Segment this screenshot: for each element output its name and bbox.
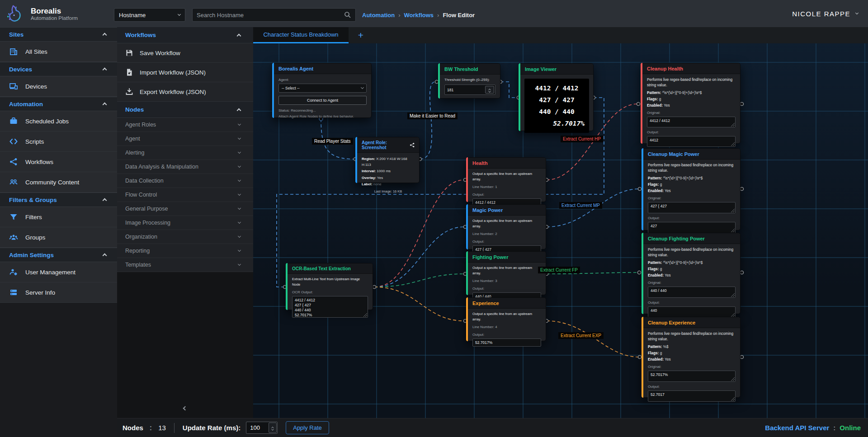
section-label: Filters & Groups (9, 197, 57, 203)
node-category-alerting[interactable]: Alerting (117, 146, 253, 160)
hostname-dropdown[interactable]: Hostname (114, 8, 185, 22)
user-menu[interactable]: NICOLE RAPPE (792, 10, 858, 18)
save-workflow-button[interactable]: Save Workflow (117, 43, 253, 63)
download-icon (125, 88, 133, 96)
workflows-section-header[interactable]: Workflows (117, 27, 253, 43)
pattern-label: Pattern: (648, 344, 662, 349)
sidebar-section-sites[interactable]: Sites (0, 27, 117, 42)
apply-rate-button[interactable]: Apply Rate (286, 421, 329, 434)
sidebar-item-groups[interactable]: Groups (0, 227, 117, 248)
node-category-organization[interactable]: Organization (117, 230, 253, 244)
node-category-general-purpose[interactable]: General Purpose (117, 202, 253, 216)
node-category-agent[interactable]: Agent (117, 132, 253, 146)
node-category-templates[interactable]: Templates (117, 258, 253, 272)
chevron-up-icon (103, 198, 107, 203)
node-borealis-agent[interactable]: Borealis Agent Agent: -- Select -- Conne… (272, 63, 372, 118)
node-category-data-collection[interactable]: Data Collection (117, 174, 253, 188)
node-bw-threshold[interactable]: BW Threshold Threshold Strength (0–255): (438, 63, 500, 99)
breadcrumb-workflows[interactable]: Workflows (404, 12, 434, 19)
node-ocr-extraction[interactable]: OCR-Based Text Extraction Extract Multi-… (286, 263, 373, 310)
node-cleanup-health[interactable]: Cleanup Health Performs live regex-based… (641, 63, 741, 144)
divider (174, 423, 175, 433)
sidebar-section-admin-settings[interactable]: Admin Settings (0, 248, 117, 262)
section-label: Automation (9, 101, 43, 108)
node-cleanup-magic-power[interactable]: Cleanup Magic Power Performs live regex-… (642, 148, 741, 230)
sidebar-section-filters-groups[interactable]: Filters & Groups (0, 193, 117, 207)
chevron-down-icon (238, 193, 241, 196)
edge-screenshot-to-threshold (420, 82, 435, 159)
original-textarea[interactable] (648, 202, 736, 213)
backend-colon: : (833, 424, 835, 432)
node-cleanup-experience[interactable]: Cleanup Experience Performs live regex-b… (642, 317, 741, 398)
line-number: Line Number: 3 (472, 278, 541, 284)
output-input[interactable] (472, 338, 541, 347)
groups-icon (9, 233, 18, 242)
action-label: Save Workflow (140, 50, 180, 56)
search-input[interactable] (197, 12, 344, 19)
hostname-dropdown-value: Hostname (119, 12, 146, 19)
devices-icon (9, 82, 18, 91)
search-icon[interactable] (344, 11, 351, 19)
node-experience[interactable]: Experience Output a specific line from a… (466, 297, 546, 341)
node-magic-power[interactable]: Magic Power Output a specific line from … (466, 204, 546, 249)
node-category-image-processing[interactable]: Image Processing (117, 216, 253, 230)
sidebar-item-scripts[interactable]: Scripts (0, 132, 117, 152)
edge-ocr-to-experience (374, 287, 464, 321)
sidebar-item-workflows[interactable]: Workflows (0, 152, 117, 172)
sidebar-item-user-management[interactable]: User Management (0, 262, 117, 282)
edge-threshold-to-viewer (500, 82, 518, 98)
ocr-output-textarea[interactable] (292, 296, 368, 318)
sidebar-section-devices[interactable]: Devices (0, 62, 117, 76)
share-icon[interactable] (410, 142, 415, 148)
node-category-flow-control[interactable]: Flow Control (117, 188, 253, 202)
node-description: Output a specific line from an upstream … (472, 265, 541, 276)
node-category-reporting[interactable]: Reporting (117, 244, 253, 258)
sidebar-item-label: Workflows (25, 159, 53, 165)
threshold-spinner[interactable] (485, 86, 494, 94)
node-image-viewer[interactable]: Image Viewer 4412 / 4412 427 / 427 440 /… (519, 63, 594, 131)
tab-character-status-breakdown[interactable]: Character Status Breakdown (253, 27, 349, 43)
output-label: Output: (472, 192, 541, 197)
output-textarea[interactable] (648, 306, 736, 318)
output-textarea[interactable] (648, 390, 736, 402)
flags-value: g (660, 267, 662, 271)
export-workflow-button[interactable]: Export Workflow (JSON) (117, 82, 253, 102)
workflow-share-icon (9, 157, 18, 166)
add-tab-button[interactable]: + (349, 27, 373, 43)
node-category-data-analysis[interactable]: Data Analysis & Manipulation (117, 160, 253, 174)
sidebar-item-community-content[interactable]: Community Content (0, 172, 117, 193)
sidebar-collapse-button[interactable] (117, 398, 253, 418)
node-health[interactable]: Health Output a specific line from an up… (466, 157, 546, 202)
original-textarea[interactable] (648, 371, 736, 382)
breadcrumb-automation[interactable]: Automation (362, 12, 395, 19)
output-label: Output: (647, 130, 736, 135)
agent-select-value: -- Select -- (282, 85, 300, 91)
workflow-sidebar: Workflows Save Workflow Import Workflow … (117, 27, 253, 418)
sidebar-item-filters[interactable]: Filters (0, 207, 117, 227)
pattern-value: ^\s*(\d+)[^0-9]+(\d+)\s*$ (663, 260, 703, 265)
output-textarea[interactable] (648, 222, 736, 233)
agent-select[interactable]: -- Select -- (278, 84, 367, 93)
output-textarea[interactable] (647, 136, 736, 147)
flow-canvas[interactable]: Borealis Agent Agent: -- Select -- Conne… (253, 43, 868, 418)
chevron-down-icon (238, 235, 241, 238)
sidebar-item-devices[interactable]: Devices (0, 76, 117, 97)
node-agent-role-screenshot[interactable]: Agent Role: Screenshot Region: X:200 Y:4… (355, 137, 420, 183)
node-category-agent-roles[interactable]: Agent Roles (117, 118, 253, 132)
people-icon (9, 178, 18, 187)
sidebar-item-scheduled-jobs[interactable]: Scheduled Jobs (0, 111, 117, 132)
sidebar-item-all-sites[interactable]: All Sites (0, 42, 117, 62)
original-textarea[interactable] (647, 117, 736, 127)
sidebar-section-automation[interactable]: Automation (0, 97, 117, 111)
sidebar-item-server-info[interactable]: Server Info (0, 282, 117, 303)
import-workflow-button[interactable]: Import Workflow (JSON) (117, 63, 253, 82)
enabled-value: Yes (664, 103, 670, 108)
node-cleanup-fighting-power[interactable]: Cleanup Fighting Power Performs live reg… (642, 233, 741, 314)
nodes-section-header[interactable]: Nodes (117, 102, 253, 118)
sidebar-item-label: Server Info (25, 289, 55, 296)
node-fighting-power[interactable]: Fighting Power Output a specific line fr… (466, 251, 546, 295)
connect-to-agent-button[interactable]: Connect to Agent (278, 96, 367, 105)
node-title: Cleanup Health (647, 66, 683, 71)
update-rate-spinner[interactable] (269, 423, 277, 433)
original-textarea[interactable] (648, 287, 736, 298)
